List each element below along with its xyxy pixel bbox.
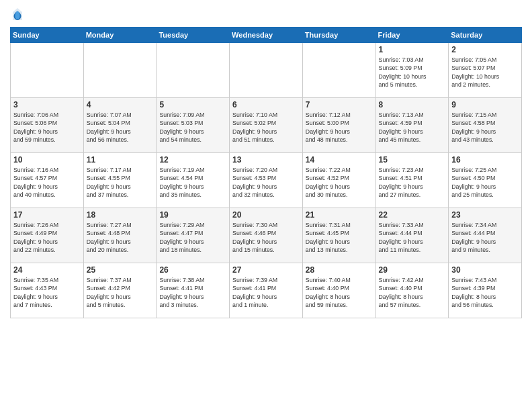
- day-info: Sunrise: 7:12 AM Sunset: 5:00 PM Dayligh…: [306, 111, 373, 144]
- calendar-cell: 13Sunrise: 7:20 AM Sunset: 4:53 PM Dayli…: [230, 153, 303, 208]
- day-info: Sunrise: 7:37 AM Sunset: 4:42 PM Dayligh…: [87, 276, 154, 309]
- calendar-cell: 20Sunrise: 7:30 AM Sunset: 4:46 PM Dayli…: [230, 208, 303, 263]
- calendar-cell: 14Sunrise: 7:22 AM Sunset: 4:52 PM Dayli…: [302, 153, 375, 208]
- day-number: 18: [87, 210, 154, 220]
- calendar-cell: [83, 43, 157, 98]
- calendar-cell: [230, 43, 303, 98]
- day-info: Sunrise: 7:05 AM Sunset: 5:07 PM Dayligh…: [451, 56, 519, 89]
- header-day-sunday: Sunday: [11, 28, 84, 43]
- page: SundayMondayTuesdayWednesdayThursdayFrid…: [0, 0, 532, 411]
- day-info: Sunrise: 7:39 AM Sunset: 4:41 PM Dayligh…: [232, 276, 300, 309]
- header-day-monday: Monday: [83, 28, 157, 43]
- calendar-cell: 2Sunrise: 7:05 AM Sunset: 5:07 PM Daylig…: [449, 43, 522, 98]
- day-info: Sunrise: 7:16 AM Sunset: 4:57 PM Dayligh…: [13, 166, 81, 199]
- day-info: Sunrise: 7:13 AM Sunset: 4:59 PM Dayligh…: [379, 111, 446, 144]
- day-info: Sunrise: 7:30 AM Sunset: 4:46 PM Dayligh…: [232, 221, 300, 254]
- calendar-cell: 8Sunrise: 7:13 AM Sunset: 4:59 PM Daylig…: [375, 98, 449, 153]
- day-number: 21: [306, 210, 373, 220]
- header: [10, 7, 522, 21]
- day-info: Sunrise: 7:31 AM Sunset: 4:45 PM Dayligh…: [306, 221, 373, 254]
- day-number: 12: [159, 155, 226, 165]
- day-number: 11: [87, 155, 154, 165]
- calendar-cell: 22Sunrise: 7:33 AM Sunset: 4:44 PM Dayli…: [375, 208, 449, 263]
- calendar-cell: 3Sunrise: 7:06 AM Sunset: 5:06 PM Daylig…: [11, 98, 84, 153]
- day-info: Sunrise: 7:15 AM Sunset: 4:58 PM Dayligh…: [451, 111, 519, 144]
- calendar-cell: 15Sunrise: 7:23 AM Sunset: 4:51 PM Dayli…: [375, 153, 449, 208]
- day-number: 7: [306, 100, 373, 109]
- day-number: 14: [306, 155, 373, 165]
- day-number: 3: [13, 100, 81, 109]
- calendar-cell: 10Sunrise: 7:16 AM Sunset: 4:57 PM Dayli…: [11, 153, 84, 208]
- day-info: Sunrise: 7:34 AM Sunset: 4:44 PM Dayligh…: [451, 221, 519, 254]
- day-info: Sunrise: 7:26 AM Sunset: 4:49 PM Dayligh…: [13, 221, 81, 254]
- header-day-tuesday: Tuesday: [157, 28, 230, 43]
- day-number: 28: [306, 265, 373, 275]
- day-number: 19: [159, 210, 226, 220]
- calendar-cell: 23Sunrise: 7:34 AM Sunset: 4:44 PM Dayli…: [449, 208, 522, 263]
- day-info: Sunrise: 7:22 AM Sunset: 4:52 PM Dayligh…: [306, 166, 373, 199]
- calendar-week-row: 17Sunrise: 7:26 AM Sunset: 4:49 PM Dayli…: [11, 208, 522, 263]
- calendar-cell: [157, 43, 230, 98]
- day-info: Sunrise: 7:23 AM Sunset: 4:51 PM Dayligh…: [379, 166, 446, 199]
- day-info: Sunrise: 7:42 AM Sunset: 4:40 PM Dayligh…: [379, 276, 446, 309]
- day-number: 24: [13, 265, 81, 275]
- day-info: Sunrise: 7:09 AM Sunset: 5:03 PM Dayligh…: [159, 111, 226, 144]
- calendar-cell: 29Sunrise: 7:42 AM Sunset: 4:40 PM Dayli…: [375, 263, 449, 318]
- day-number: 20: [232, 210, 300, 220]
- day-number: 4: [87, 100, 154, 109]
- day-number: 17: [13, 210, 81, 220]
- day-info: Sunrise: 7:40 AM Sunset: 4:40 PM Dayligh…: [306, 276, 373, 309]
- calendar-cell: 16Sunrise: 7:25 AM Sunset: 4:50 PM Dayli…: [449, 153, 522, 208]
- calendar-cell: 7Sunrise: 7:12 AM Sunset: 5:00 PM Daylig…: [302, 98, 375, 153]
- calendar-cell: 17Sunrise: 7:26 AM Sunset: 4:49 PM Dayli…: [11, 208, 84, 263]
- day-number: 27: [232, 265, 300, 275]
- day-info: Sunrise: 7:07 AM Sunset: 5:04 PM Dayligh…: [87, 111, 154, 144]
- day-number: 2: [451, 45, 519, 54]
- day-number: 9: [451, 100, 519, 109]
- day-info: Sunrise: 7:33 AM Sunset: 4:44 PM Dayligh…: [379, 221, 446, 254]
- day-number: 10: [13, 155, 81, 165]
- day-info: Sunrise: 7:10 AM Sunset: 5:02 PM Dayligh…: [232, 111, 300, 144]
- day-number: 5: [159, 100, 226, 109]
- day-info: Sunrise: 7:38 AM Sunset: 4:41 PM Dayligh…: [159, 276, 226, 309]
- calendar-cell: 9Sunrise: 7:15 AM Sunset: 4:58 PM Daylig…: [449, 98, 522, 153]
- calendar-cell: 5Sunrise: 7:09 AM Sunset: 5:03 PM Daylig…: [157, 98, 230, 153]
- day-number: 29: [379, 265, 446, 275]
- day-number: 26: [159, 265, 226, 275]
- day-number: 16: [451, 155, 519, 165]
- header-day-thursday: Thursday: [302, 28, 375, 43]
- calendar-cell: 30Sunrise: 7:43 AM Sunset: 4:39 PM Dayli…: [449, 263, 522, 318]
- calendar-cell: 11Sunrise: 7:17 AM Sunset: 4:55 PM Dayli…: [83, 153, 157, 208]
- calendar-week-row: 1Sunrise: 7:03 AM Sunset: 5:09 PM Daylig…: [11, 43, 522, 98]
- day-number: 8: [379, 100, 446, 109]
- calendar-cell: 19Sunrise: 7:29 AM Sunset: 4:47 PM Dayli…: [157, 208, 230, 263]
- day-info: Sunrise: 7:27 AM Sunset: 4:48 PM Dayligh…: [87, 221, 154, 254]
- day-info: Sunrise: 7:03 AM Sunset: 5:09 PM Dayligh…: [379, 56, 446, 89]
- day-info: Sunrise: 7:29 AM Sunset: 4:47 PM Dayligh…: [159, 221, 226, 254]
- day-info: Sunrise: 7:25 AM Sunset: 4:50 PM Dayligh…: [451, 166, 519, 199]
- day-info: Sunrise: 7:43 AM Sunset: 4:39 PM Dayligh…: [451, 276, 519, 309]
- day-number: 30: [451, 265, 519, 275]
- logo-icon: [11, 7, 24, 21]
- calendar-cell: 12Sunrise: 7:19 AM Sunset: 4:54 PM Dayli…: [157, 153, 230, 208]
- calendar-cell: 6Sunrise: 7:10 AM Sunset: 5:02 PM Daylig…: [230, 98, 303, 153]
- logo: [10, 7, 24, 21]
- header-day-saturday: Saturday: [449, 28, 522, 43]
- calendar-cell: 25Sunrise: 7:37 AM Sunset: 4:42 PM Dayli…: [83, 263, 157, 318]
- day-number: 22: [379, 210, 446, 220]
- day-info: Sunrise: 7:06 AM Sunset: 5:06 PM Dayligh…: [13, 111, 81, 144]
- calendar-cell: [11, 43, 84, 98]
- calendar-cell: [302, 43, 375, 98]
- calendar-table: SundayMondayTuesdayWednesdayThursdayFrid…: [10, 27, 522, 318]
- day-info: Sunrise: 7:17 AM Sunset: 4:55 PM Dayligh…: [87, 166, 154, 199]
- calendar-cell: 4Sunrise: 7:07 AM Sunset: 5:04 PM Daylig…: [83, 98, 157, 153]
- day-number: 13: [232, 155, 300, 165]
- calendar-cell: 26Sunrise: 7:38 AM Sunset: 4:41 PM Dayli…: [157, 263, 230, 318]
- calendar-cell: 28Sunrise: 7:40 AM Sunset: 4:40 PM Dayli…: [302, 263, 375, 318]
- calendar-week-row: 10Sunrise: 7:16 AM Sunset: 4:57 PM Dayli…: [11, 153, 522, 208]
- calendar-cell: 18Sunrise: 7:27 AM Sunset: 4:48 PM Dayli…: [83, 208, 157, 263]
- day-number: 25: [87, 265, 154, 275]
- day-number: 1: [379, 45, 446, 54]
- calendar-cell: 24Sunrise: 7:35 AM Sunset: 4:43 PM Dayli…: [11, 263, 84, 318]
- day-number: 15: [379, 155, 446, 165]
